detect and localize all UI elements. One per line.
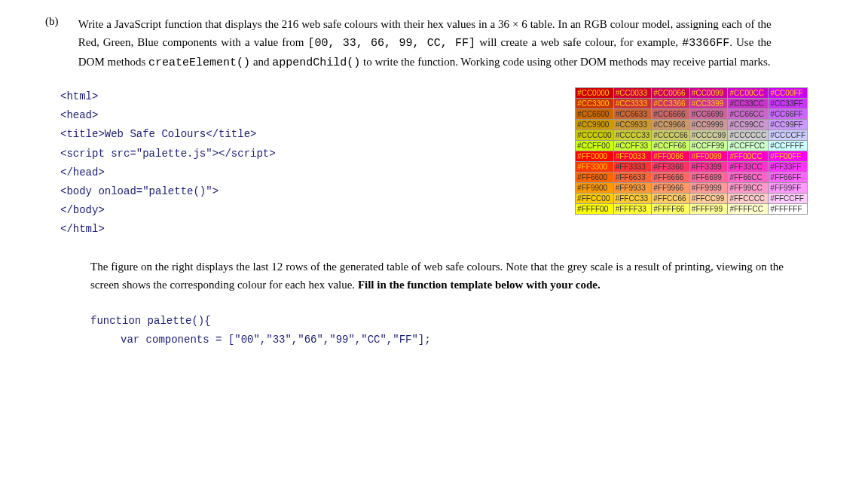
palette-cell: #FFCC33 — [613, 194, 652, 204]
func-line: function palette(){ — [90, 312, 823, 331]
palette-cell: #FF9933 — [613, 183, 652, 194]
palette-cell: #CC3399 — [689, 99, 728, 109]
palette-cell: #FF0099 — [689, 151, 728, 162]
table-row: #CCCC00#CCCC33#CCCC66#CCCC99#CCCCCC#CCCC… — [576, 130, 808, 141]
palette-cell: #FFFFCC — [728, 204, 769, 215]
palette-cell: #CC6600 — [576, 109, 614, 120]
palette-cell: #CC33FF — [769, 99, 808, 109]
palette-cell: #CCCC99 — [689, 130, 728, 141]
palette-cell: #CCFF99 — [689, 141, 728, 151]
table-row: #FFCC00#FFCC33#FFCC66#FFCC99#FFCCCC#FFCC… — [576, 194, 808, 204]
palette-cell: #CC0066 — [652, 88, 690, 99]
palette-cell: #CC3300 — [576, 99, 614, 109]
colour-palette-table: #CC0000#CC0033#CC0066#CC0099#CC00CC#CC00… — [575, 87, 808, 215]
table-row: #CC9900#CC9933#CC9966#CC9999#CC99CC#CC99… — [576, 120, 808, 130]
palette-cell: #FF6633 — [613, 172, 652, 183]
function-template: function palette(){ var components = ["0… — [90, 312, 823, 349]
palette-cell: #CC0033 — [613, 88, 652, 99]
palette-cell: #CC6699 — [689, 109, 728, 120]
palette-cell: #CC0099 — [689, 88, 728, 99]
palette-cell: #CC9933 — [613, 120, 652, 130]
table-row: #CC3300#CC3333#CC3366#CC3399#CC33CC#CC33… — [576, 99, 808, 109]
table-row: #CC6600#CC6633#CC6666#CC6699#CC66CC#CC66… — [576, 109, 808, 120]
palette-cell: #FF0000 — [576, 151, 614, 162]
palette-cell: #FF66FF — [769, 172, 808, 183]
code-line: </body> — [60, 201, 392, 220]
palette-cell: #CCCCFF — [769, 130, 808, 141]
q-c2: #3366FF — [682, 37, 729, 50]
palette-cell: #CCFF00 — [576, 141, 614, 151]
q-t5: to write the function. Working code usin… — [360, 56, 770, 68]
palette-cell: #FFCC66 — [652, 194, 690, 204]
palette-cell: #CC6633 — [613, 109, 652, 120]
palette-cell: #CC00FF — [769, 88, 808, 99]
q-t4: and — [250, 56, 272, 68]
code-line: </html> — [60, 220, 392, 239]
palette-cell: #CC99CC — [728, 120, 769, 130]
followup-bold: Fill in the function template below with… — [358, 279, 601, 291]
palette-cell: #FF3300 — [576, 162, 614, 172]
palette-cell: #FF99CC — [728, 183, 769, 194]
code-line: <body onload="palette()"> — [60, 182, 392, 201]
palette-cell: #FF3333 — [613, 162, 652, 172]
palette-cell: #FF3399 — [689, 162, 728, 172]
palette-cell: #FF9999 — [689, 183, 728, 194]
palette-cell: #CC66CC — [728, 109, 769, 120]
palette-cell: #CCCC66 — [652, 130, 690, 141]
palette-cell: #FFCCFF — [769, 194, 808, 204]
palette-cell: #FF00CC — [728, 151, 769, 162]
palette-cell: #FFFF33 — [613, 204, 652, 215]
palette-cell: #FF0033 — [613, 151, 652, 162]
palette-cell: #FF9966 — [652, 183, 690, 194]
palette-cell: #CCFF33 — [613, 141, 652, 151]
table-row: #CC0000#CC0033#CC0066#CC0099#CC00CC#CC00… — [576, 88, 808, 99]
palette-cell: #CCCC00 — [576, 130, 614, 141]
palette-cell: #FF99FF — [769, 183, 808, 194]
palette-cell: #FF6666 — [652, 172, 690, 183]
palette-cell: #FF3366 — [652, 162, 690, 172]
code-line: <head> — [60, 106, 392, 125]
palette-cell: #FFFF00 — [576, 204, 614, 215]
code-line: </head> — [60, 163, 392, 182]
table-row: #FF0000#FF0033#FF0066#FF0099#FF00CC#FF00… — [576, 151, 808, 162]
palette-cell: #FF0066 — [652, 151, 690, 162]
palette-cell: #FF66CC — [728, 172, 769, 183]
palette-cell: #CCFFCC — [728, 141, 769, 151]
palette-cell: #CC3333 — [613, 99, 652, 109]
palette-cell: #FF9900 — [576, 183, 614, 194]
palette-cell: #CC33CC — [728, 99, 769, 109]
palette-cell: #FF6699 — [689, 172, 728, 183]
followup-text: The figure on the right displays the las… — [90, 258, 784, 294]
palette-cell: #FFFFFF — [769, 204, 808, 215]
palette-cell: #CCFF66 — [652, 141, 690, 151]
palette-cell: #CCFFFF — [769, 141, 808, 151]
palette-cell: #CC6666 — [652, 109, 690, 120]
palette-cell: #CC0000 — [576, 88, 614, 99]
table-row: #FF9900#FF9933#FF9966#FF9999#FF99CC#FF99… — [576, 183, 808, 194]
code-line: <html> — [60, 87, 392, 106]
question-text: Write a JavaScript function that display… — [78, 15, 772, 72]
item-label: (b) — [45, 15, 75, 28]
palette-cell: #CCCCCC — [728, 130, 769, 141]
palette-cell: #CC3366 — [652, 99, 690, 109]
palette-cell: #CC9900 — [576, 120, 614, 130]
q-c4: appendChild() — [272, 56, 360, 69]
palette-cell: #FFFF99 — [689, 204, 728, 215]
palette-cell: #FF33FF — [769, 162, 808, 172]
palette-cell: #FF00FF — [769, 151, 808, 162]
palette-cell: #FFCC99 — [689, 194, 728, 204]
q-t2: will create a web safe colour, for examp… — [475, 36, 682, 48]
palette-cell: #CCCC33 — [613, 130, 652, 141]
palette-cell: #FFFF66 — [652, 204, 690, 215]
palette-cell: #CC9999 — [689, 120, 728, 130]
q-c3: createElement() — [148, 56, 250, 69]
code-line: <script src="palette.js"></script> — [60, 145, 392, 163]
palette-cell: #FF33CC — [728, 162, 769, 172]
palette-cell: #CC99FF — [769, 120, 808, 130]
func-line: var components = ["00","33","66","99","C… — [121, 331, 823, 349]
table-row: #FFFF00#FFFF33#FFFF66#FFFF99#FFFFCC#FFFF… — [576, 204, 808, 215]
palette-cell: #FFCC00 — [576, 194, 614, 204]
table-row: #FF3300#FF3333#FF3366#FF3399#FF33CC#FF33… — [576, 162, 808, 172]
code-line: <title>Web Safe Colours</title> — [60, 125, 392, 144]
palette-cell: #CC66FF — [769, 109, 808, 120]
